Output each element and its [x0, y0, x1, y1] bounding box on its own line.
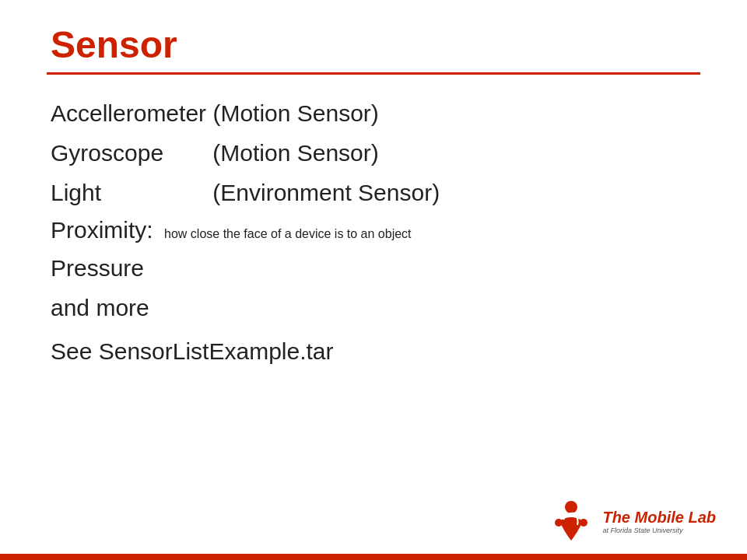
list-item: Gyroscope (Motion Sensor) [51, 138, 700, 168]
list-item: Accellerometer (Motion Sensor) [51, 98, 700, 128]
svg-point-0 [565, 501, 577, 513]
logo-main-text: The Mobile Lab [602, 509, 716, 527]
list-item: Light (Environment Sensor) [51, 177, 700, 208]
list-item-and-more: and more [51, 292, 700, 323]
logo-graphic-icon [548, 498, 594, 544]
item-name-light: Light [51, 177, 206, 208]
svg-point-2 [580, 519, 587, 527]
item-type-gyroscope: (Motion Sensor) [212, 140, 378, 166]
list-item-pressure: Pressure [51, 253, 700, 283]
bottom-bar [0, 554, 747, 560]
item-type-accellerometer: (Motion Sensor) [212, 100, 378, 126]
proximity-item: Proximity: how close the face of a devic… [51, 217, 700, 243]
svg-point-1 [555, 519, 563, 527]
slide: Sensor Accellerometer (Motion Sensor) Gy… [0, 0, 747, 560]
logo-area: The Mobile Lab at Florida State Universi… [548, 498, 716, 544]
title-divider [47, 72, 700, 75]
item-name-accellerometer: Accellerometer [51, 98, 206, 128]
logo-text-container: The Mobile Lab at Florida State Universi… [602, 509, 716, 534]
see-line: See SensorListExample.tar [51, 338, 700, 365]
item-type-light: (Environment Sensor) [212, 180, 440, 205]
slide-title: Sensor [47, 23, 700, 66]
item-name-gyroscope: Gyroscope [51, 138, 206, 168]
content-area: Accellerometer (Motion Sensor) Gyroscope… [47, 98, 700, 365]
proximity-description: how close the face of a device is to an … [164, 227, 412, 240]
title-section: Sensor [47, 23, 700, 75]
logo-sub-text: at Florida State University [602, 527, 682, 534]
proximity-label: Proximity: [51, 217, 153, 243]
